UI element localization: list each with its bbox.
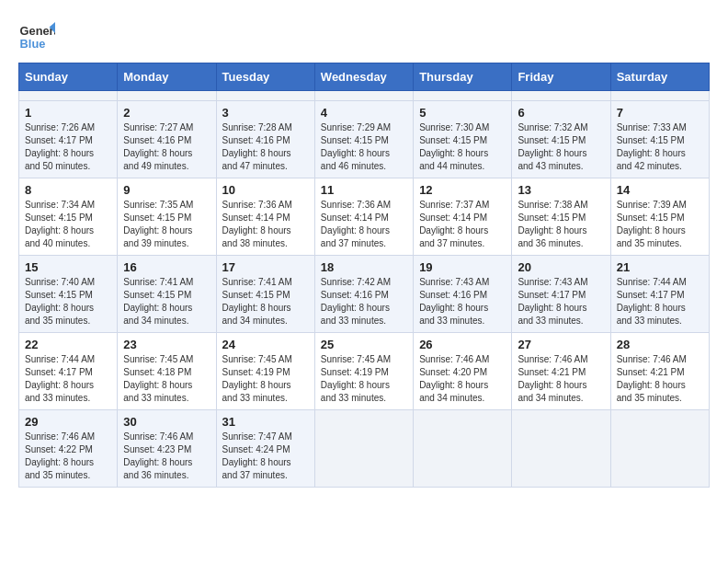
header-row: SundayMondayTuesdayWednesdayThursdayFrid… [19, 63, 710, 91]
day-cell: 7Sunrise: 7:33 AM Sunset: 4:15 PM Daylig… [610, 101, 709, 178]
day-cell: 9Sunrise: 7:35 AM Sunset: 4:15 PM Daylig… [118, 178, 216, 256]
day-header-tuesday: Tuesday [216, 63, 314, 91]
day-number: 11 [321, 183, 407, 197]
day-info: Sunrise: 7:36 AM Sunset: 4:14 PM Dayligh… [222, 199, 309, 250]
day-info: Sunrise: 7:27 AM Sunset: 4:16 PM Dayligh… [123, 121, 210, 173]
day-info: Sunrise: 7:38 AM Sunset: 4:15 PM Dayligh… [518, 199, 604, 250]
day-cell [118, 91, 216, 101]
day-cell [610, 91, 709, 101]
logo-icon: General Blue [18, 18, 55, 55]
day-number: 25 [321, 338, 407, 351]
day-info: Sunrise: 7:43 AM Sunset: 4:16 PM Dayligh… [419, 276, 506, 327]
day-cell: 11Sunrise: 7:36 AM Sunset: 4:14 PM Dayli… [314, 178, 413, 256]
svg-text:General: General [20, 24, 55, 38]
day-info: Sunrise: 7:44 AM Sunset: 4:17 PM Dayligh… [617, 276, 703, 327]
day-cell: 29Sunrise: 7:46 AM Sunset: 4:22 PM Dayli… [19, 410, 118, 488]
day-number: 30 [123, 415, 210, 429]
day-number: 3 [222, 106, 309, 120]
day-number: 26 [419, 338, 506, 351]
day-info: Sunrise: 7:46 AM Sunset: 4:21 PM Dayligh… [617, 353, 703, 405]
day-number: 31 [222, 415, 309, 429]
day-number: 22 [25, 338, 111, 351]
week-row-1 [19, 91, 710, 101]
day-cell: 5Sunrise: 7:30 AM Sunset: 4:15 PM Daylig… [414, 101, 512, 178]
day-cell: 1Sunrise: 7:26 AM Sunset: 4:17 PM Daylig… [19, 101, 118, 178]
day-cell: 2Sunrise: 7:27 AM Sunset: 4:16 PM Daylig… [118, 101, 216, 178]
day-number: 20 [518, 260, 604, 274]
day-info: Sunrise: 7:34 AM Sunset: 4:15 PM Dayligh… [25, 199, 111, 250]
week-row-5: 22Sunrise: 7:44 AM Sunset: 4:17 PM Dayli… [19, 333, 710, 410]
day-info: Sunrise: 7:40 AM Sunset: 4:15 PM Dayligh… [25, 276, 111, 327]
day-cell: 18Sunrise: 7:42 AM Sunset: 4:16 PM Dayli… [314, 256, 413, 333]
day-info: Sunrise: 7:39 AM Sunset: 4:15 PM Dayligh… [617, 199, 703, 250]
day-cell [414, 410, 512, 488]
day-header-monday: Monday [118, 63, 216, 91]
day-info: Sunrise: 7:43 AM Sunset: 4:17 PM Dayligh… [518, 276, 604, 327]
day-info: Sunrise: 7:42 AM Sunset: 4:16 PM Dayligh… [321, 276, 407, 327]
day-cell: 25Sunrise: 7:45 AM Sunset: 4:19 PM Dayli… [314, 333, 413, 410]
day-number: 27 [518, 338, 604, 351]
week-row-6: 29Sunrise: 7:46 AM Sunset: 4:22 PM Dayli… [19, 410, 710, 488]
day-info: Sunrise: 7:36 AM Sunset: 4:14 PM Dayligh… [321, 199, 407, 250]
day-info: Sunrise: 7:33 AM Sunset: 4:15 PM Dayligh… [617, 121, 703, 173]
week-row-3: 8Sunrise: 7:34 AM Sunset: 4:15 PM Daylig… [19, 178, 710, 256]
day-header-saturday: Saturday [610, 63, 709, 91]
day-number: 12 [419, 183, 506, 197]
day-header-sunday: Sunday [19, 63, 118, 91]
day-info: Sunrise: 7:28 AM Sunset: 4:16 PM Dayligh… [222, 121, 309, 173]
svg-text:Blue: Blue [20, 37, 46, 51]
day-info: Sunrise: 7:46 AM Sunset: 4:22 PM Dayligh… [25, 431, 111, 482]
day-number: 16 [123, 260, 210, 274]
day-header-friday: Friday [512, 63, 610, 91]
day-number: 4 [321, 106, 407, 120]
day-number: 28 [617, 338, 703, 351]
day-info: Sunrise: 7:32 AM Sunset: 4:15 PM Dayligh… [518, 121, 604, 173]
day-cell: 14Sunrise: 7:39 AM Sunset: 4:15 PM Dayli… [610, 178, 709, 256]
header: General Blue [18, 18, 710, 55]
day-header-wednesday: Wednesday [314, 63, 413, 91]
day-info: Sunrise: 7:47 AM Sunset: 4:24 PM Dayligh… [222, 431, 309, 482]
day-info: Sunrise: 7:44 AM Sunset: 4:17 PM Dayligh… [25, 353, 111, 405]
day-cell: 27Sunrise: 7:46 AM Sunset: 4:21 PM Dayli… [512, 333, 610, 410]
day-cell [314, 410, 413, 488]
calendar: SundayMondayTuesdayWednesdayThursdayFrid… [18, 63, 710, 488]
day-number: 7 [617, 106, 703, 120]
day-number: 10 [222, 183, 309, 197]
day-info: Sunrise: 7:46 AM Sunset: 4:23 PM Dayligh… [123, 431, 210, 482]
day-cell: 20Sunrise: 7:43 AM Sunset: 4:17 PM Dayli… [512, 256, 610, 333]
day-number: 24 [222, 338, 309, 351]
week-row-2: 1Sunrise: 7:26 AM Sunset: 4:17 PM Daylig… [19, 101, 710, 178]
day-info: Sunrise: 7:41 AM Sunset: 4:15 PM Dayligh… [123, 276, 210, 327]
day-cell [414, 91, 512, 101]
day-cell: 21Sunrise: 7:44 AM Sunset: 4:17 PM Dayli… [610, 256, 709, 333]
day-cell: 4Sunrise: 7:29 AM Sunset: 4:15 PM Daylig… [314, 101, 413, 178]
day-cell [216, 91, 314, 101]
day-number: 29 [25, 415, 111, 429]
day-number: 18 [321, 260, 407, 274]
day-cell [610, 410, 709, 488]
day-cell: 31Sunrise: 7:47 AM Sunset: 4:24 PM Dayli… [216, 410, 314, 488]
day-cell: 8Sunrise: 7:34 AM Sunset: 4:15 PM Daylig… [19, 178, 118, 256]
day-info: Sunrise: 7:30 AM Sunset: 4:15 PM Dayligh… [419, 121, 506, 173]
day-cell: 24Sunrise: 7:45 AM Sunset: 4:19 PM Dayli… [216, 333, 314, 410]
day-cell: 28Sunrise: 7:46 AM Sunset: 4:21 PM Dayli… [610, 333, 709, 410]
day-cell: 23Sunrise: 7:45 AM Sunset: 4:18 PM Dayli… [118, 333, 216, 410]
day-cell: 15Sunrise: 7:40 AM Sunset: 4:15 PM Dayli… [19, 256, 118, 333]
logo: General Blue [18, 18, 55, 55]
day-cell [314, 91, 413, 101]
day-info: Sunrise: 7:29 AM Sunset: 4:15 PM Dayligh… [321, 121, 407, 173]
day-cell: 12Sunrise: 7:37 AM Sunset: 4:14 PM Dayli… [414, 178, 512, 256]
day-cell: 26Sunrise: 7:46 AM Sunset: 4:20 PM Dayli… [414, 333, 512, 410]
week-row-4: 15Sunrise: 7:40 AM Sunset: 4:15 PM Dayli… [19, 256, 710, 333]
day-info: Sunrise: 7:41 AM Sunset: 4:15 PM Dayligh… [222, 276, 309, 327]
day-info: Sunrise: 7:45 AM Sunset: 4:19 PM Dayligh… [222, 353, 309, 405]
day-cell: 17Sunrise: 7:41 AM Sunset: 4:15 PM Dayli… [216, 256, 314, 333]
day-cell: 10Sunrise: 7:36 AM Sunset: 4:14 PM Dayli… [216, 178, 314, 256]
day-number: 2 [123, 106, 210, 120]
day-number: 21 [617, 260, 703, 274]
day-number: 15 [25, 260, 111, 274]
day-cell [512, 410, 610, 488]
day-info: Sunrise: 7:45 AM Sunset: 4:19 PM Dayligh… [321, 353, 407, 405]
day-cell [512, 91, 610, 101]
day-info: Sunrise: 7:46 AM Sunset: 4:21 PM Dayligh… [518, 353, 604, 405]
